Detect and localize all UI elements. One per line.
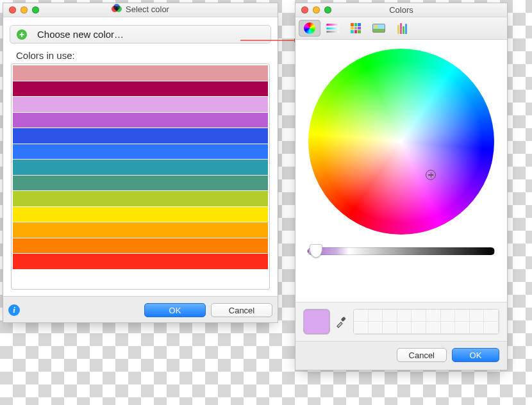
eyedropper-button[interactable] (335, 315, 348, 328)
mini-swatch[interactable] (397, 310, 412, 322)
color-list[interactable] (11, 63, 270, 290)
sliders-icon (326, 24, 339, 33)
zoom-button[interactable] (32, 6, 39, 13)
mini-swatch[interactable] (455, 310, 470, 322)
tab-color-sliders[interactable] (322, 20, 344, 37)
info-icon[interactable]: i (8, 304, 20, 316)
window-title: Select color (126, 4, 169, 14)
tab-color-palette[interactable] (345, 20, 367, 37)
color-swatch[interactable] (13, 254, 268, 269)
current-color-swatch[interactable] (303, 309, 330, 335)
app-icon (112, 4, 122, 14)
brightness-thumb[interactable] (310, 244, 322, 258)
tab-image-palette[interactable] (368, 20, 390, 37)
colors-window: Colors Cancel OK (295, 3, 508, 370)
mini-swatch[interactable] (397, 322, 412, 334)
select-color-window: Select color + Choose new color… Colors … (3, 3, 278, 323)
mini-swatch[interactable] (411, 310, 426, 322)
mini-swatch[interactable] (470, 310, 485, 322)
window-title: Colors (389, 5, 413, 15)
color-swatch[interactable] (13, 176, 268, 191)
mini-swatch[interactable] (411, 322, 426, 334)
color-swatch[interactable] (13, 238, 268, 254)
color-swatch[interactable] (13, 191, 268, 206)
mini-swatch[interactable] (484, 310, 499, 322)
color-swatch[interactable] (13, 128, 268, 144)
color-swatch[interactable] (13, 113, 268, 128)
mini-swatch[interactable] (426, 310, 441, 322)
mini-swatch[interactable] (354, 310, 369, 322)
ok-button[interactable]: OK (452, 348, 499, 362)
eyedropper-icon (335, 315, 348, 328)
brightness-slider[interactable] (308, 245, 495, 258)
image-icon (372, 24, 385, 33)
color-swatch[interactable] (13, 144, 268, 160)
crayons-icon (397, 22, 407, 34)
titlebar: Select color (3, 3, 278, 17)
wheel-cursor[interactable] (426, 170, 436, 180)
mini-swatch[interactable] (354, 322, 369, 334)
choose-new-color-row[interactable]: + Choose new color… (10, 25, 271, 44)
color-swatch[interactable] (13, 207, 268, 222)
mini-swatch[interactable] (470, 322, 485, 334)
mini-swatch[interactable] (426, 322, 441, 334)
mini-swatch[interactable] (383, 322, 397, 334)
tab-color-wheel[interactable] (299, 20, 320, 37)
close-button[interactable] (301, 6, 308, 13)
cancel-button[interactable]: Cancel (397, 348, 447, 362)
choose-new-color-label: Choose new color… (37, 29, 124, 40)
color-swatch[interactable] (13, 81, 268, 97)
close-button[interactable] (9, 6, 16, 13)
picker-mode-toolbar (295, 17, 507, 40)
mini-swatch[interactable] (383, 310, 397, 322)
mini-swatch[interactable] (369, 310, 383, 322)
color-wheel-icon (304, 22, 315, 34)
color-wheel[interactable] (308, 49, 494, 235)
colors-in-use-label: Colors in use: (16, 50, 270, 61)
minimize-button[interactable] (21, 6, 28, 13)
mini-swatch[interactable] (441, 310, 456, 322)
mini-swatch[interactable] (369, 322, 383, 334)
minimize-button[interactable] (313, 6, 320, 13)
ok-button[interactable]: OK (144, 303, 206, 317)
svg-rect-2 (340, 317, 345, 322)
mini-swatch[interactable] (484, 322, 499, 334)
color-swatch[interactable] (13, 97, 268, 112)
palette-icon (351, 23, 361, 33)
titlebar: Colors (295, 3, 507, 17)
color-swatch[interactable] (13, 160, 268, 175)
color-swatch[interactable] (13, 222, 268, 238)
cancel-button[interactable]: Cancel (211, 303, 272, 317)
saved-swatches-grid[interactable] (353, 309, 499, 335)
tab-crayons[interactable] (391, 20, 413, 37)
color-swatch[interactable] (13, 65, 268, 81)
brightness-track (308, 247, 495, 255)
mini-swatch[interactable] (441, 322, 456, 334)
zoom-button[interactable] (324, 6, 331, 13)
plus-icon: + (17, 29, 27, 40)
mini-swatch[interactable] (455, 322, 470, 334)
